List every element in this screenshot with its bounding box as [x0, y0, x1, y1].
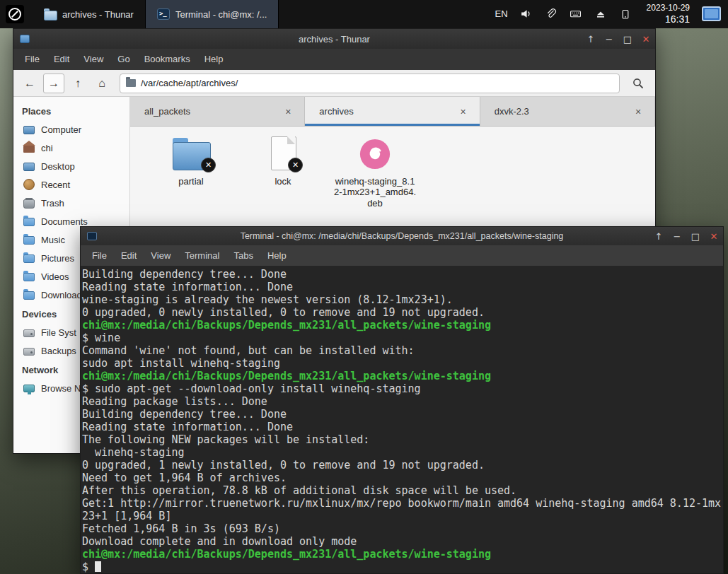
terminal-output[interactable]: Building dependency tree... DoneReading …	[81, 266, 723, 573]
volume-icon[interactable]	[520, 8, 533, 20]
terminal-icon	[157, 8, 170, 20]
drive-icon	[23, 348, 35, 356]
up-button[interactable]: ↑	[67, 74, 88, 93]
sidebar-item-label: chi	[41, 143, 53, 153]
taskbar-button-label: Terminal - chi@mx: /...	[175, 9, 267, 20]
tab-all-packets[interactable]: all_packets×	[130, 97, 305, 126]
thunar-title: archives - Thunar	[13, 34, 655, 45]
trash-icon	[23, 199, 35, 209]
sidebar-item-label: Music	[41, 235, 65, 245]
minimize-button[interactable]: −	[600, 29, 618, 49]
folder-icon	[23, 218, 35, 226]
top-panel: archives - ThunarTerminal - chi@mx: /...…	[0, 0, 728, 28]
display-icon[interactable]	[702, 6, 721, 21]
sidebar-item-trash[interactable]: Trash	[13, 194, 129, 212]
tab-label: all_packets	[144, 106, 282, 117]
tab-archives[interactable]: archives×	[305, 97, 480, 126]
thunar-menu-view[interactable]: View	[76, 49, 110, 70]
terminal-line: chi@mx:/media/chi/Backups/Depends_mx231/…	[82, 319, 722, 332]
clock[interactable]: 2023-10-29 16:31	[647, 4, 690, 25]
sidebar-item-computer[interactable]: Computer	[13, 120, 129, 139]
sidebar-item-label: Backups	[41, 346, 76, 356]
sidebar-item-label: Pictures	[41, 253, 74, 264]
terminal-titlebar[interactable]: Terminal - chi@mx: /media/chi/Backups/De…	[81, 227, 723, 245]
maximize-button[interactable]: □	[686, 227, 705, 245]
terminal-line: sudo apt install winehq-staging	[82, 357, 722, 370]
back-button[interactable]: ←	[19, 74, 40, 93]
close-button[interactable]: ✕	[637, 29, 655, 49]
sidebar-item-label: Videos	[41, 271, 69, 282]
sidebar-item-label: Download	[41, 290, 82, 300]
terminal-menu-edit[interactable]: Edit	[114, 245, 144, 266]
tab-label: archives	[319, 106, 456, 117]
sidebar-item-desktop[interactable]: Desktop	[13, 157, 129, 175]
rollup-button[interactable]: ↑	[649, 227, 668, 245]
terminal-line: Download complete and in download only m…	[82, 535, 722, 548]
thunar-menu-help[interactable]: Help	[197, 49, 231, 70]
terminal-line: Get:1 http://mirror.truenetwork.ru/mxlin…	[82, 497, 722, 510]
home-button[interactable]: ⌂	[91, 74, 112, 93]
terminal-menu-file[interactable]: File	[85, 245, 114, 266]
thunar-menu-file[interactable]: File	[18, 49, 47, 70]
tab-close-icon[interactable]: ×	[632, 106, 645, 117]
eject-icon[interactable]	[594, 8, 607, 20]
thunar-toolbar: ← → ↑ ⌂ /var/cache/apt/archives/	[13, 70, 655, 97]
thunar-window-icon	[20, 35, 30, 43]
terminal-line: Need to get 1,964 B of archives.	[82, 472, 722, 484]
tab-close-icon[interactable]: ×	[457, 106, 470, 117]
search-button[interactable]	[627, 74, 649, 93]
thunar-menu-go[interactable]: Go	[110, 49, 137, 70]
terminal-line: chi@mx:/media/chi/Backups/Depends_mx231/…	[82, 370, 722, 382]
keyboard-icon[interactable]	[570, 8, 582, 20]
keyboard-layout-indicator[interactable]: EN	[495, 8, 508, 19]
taskbar-button-label: archives - Thunar	[62, 9, 134, 20]
sidebar-item-label: Desktop	[41, 161, 75, 172]
mx-logo-icon	[6, 5, 24, 23]
network-icon	[23, 385, 35, 392]
maximize-button[interactable]: □	[618, 29, 637, 49]
app-menu-button[interactable]	[0, 0, 30, 28]
tab-label: dxvk-2.3	[495, 106, 632, 117]
forward-button[interactable]: →	[43, 74, 64, 93]
folder-icon	[44, 8, 57, 20]
taskbar-button-terminal[interactable]: Terminal - chi@mx: /...	[146, 0, 279, 28]
terminal-menu-view[interactable]: View	[144, 245, 178, 266]
taskbar-button-archives[interactable]: archives - Thunar	[33, 0, 146, 28]
terminal-line: $ wine	[82, 332, 722, 344]
device-indicator-icon[interactable]	[619, 8, 632, 20]
close-button[interactable]: ✕	[705, 227, 723, 245]
terminal-menu-help[interactable]: Help	[260, 245, 294, 266]
minimize-button[interactable]: −	[668, 227, 686, 245]
tab-close-icon[interactable]: ×	[282, 106, 294, 117]
thunar-window-controls: ↑ − □ ✕	[582, 29, 655, 49]
thunar-menu-edit[interactable]: Edit	[47, 49, 76, 70]
thunar-menu-bookmarks[interactable]: Bookmarks	[137, 49, 197, 70]
folder-x-icon	[171, 135, 211, 170]
terminal-window-icon	[87, 232, 97, 240]
terminal-line: Building dependency tree... Done	[82, 408, 722, 421]
file-partial[interactable]: partial	[150, 135, 232, 187]
sidebar-item-chi[interactable]: chi	[13, 139, 129, 157]
file-lock[interactable]: lock	[242, 135, 324, 187]
file-winehq-staging-8-12-1mx23-1-amd64-deb[interactable]: winehq-staging_8.12-1mx23+1_amd64.deb	[334, 135, 416, 209]
clipboard-icon[interactable]	[545, 8, 557, 20]
panel-task-list: archives - ThunarTerminal - chi@mx: /...	[33, 0, 279, 28]
terminal-menubar: FileEditViewTerminalTabsHelp	[81, 245, 723, 266]
file-label: partial	[150, 176, 232, 187]
deb-icon	[358, 135, 392, 170]
file-label: winehq-staging_8.12-1mx23+1_amd64.deb	[334, 176, 416, 209]
terminal-line: chi@mx:/media/chi/Backups/Depends_mx231/…	[82, 548, 722, 561]
terminal-line: Reading state information... Done	[82, 421, 722, 433]
sidebar-item-recent[interactable]: Recent	[13, 175, 129, 194]
thunar-menubar: FileEditViewGoBookmarksHelp	[13, 49, 655, 70]
tab-dxvk-2-3[interactable]: dxvk-2.3×	[480, 97, 655, 126]
terminal-menu-terminal[interactable]: Terminal	[178, 245, 226, 266]
path-bar[interactable]: /var/cache/apt/archives/	[120, 74, 620, 93]
thunar-titlebar[interactable]: archives - Thunar ↑ − □ ✕	[13, 29, 655, 49]
terminal-menu-tabs[interactable]: Tabs	[226, 245, 260, 266]
rollup-button[interactable]: ↑	[582, 29, 600, 49]
file-label: lock	[242, 176, 324, 187]
recent-icon	[23, 179, 35, 190]
folder-icon	[23, 291, 35, 300]
sidebar-section-places: Places	[13, 101, 129, 120]
